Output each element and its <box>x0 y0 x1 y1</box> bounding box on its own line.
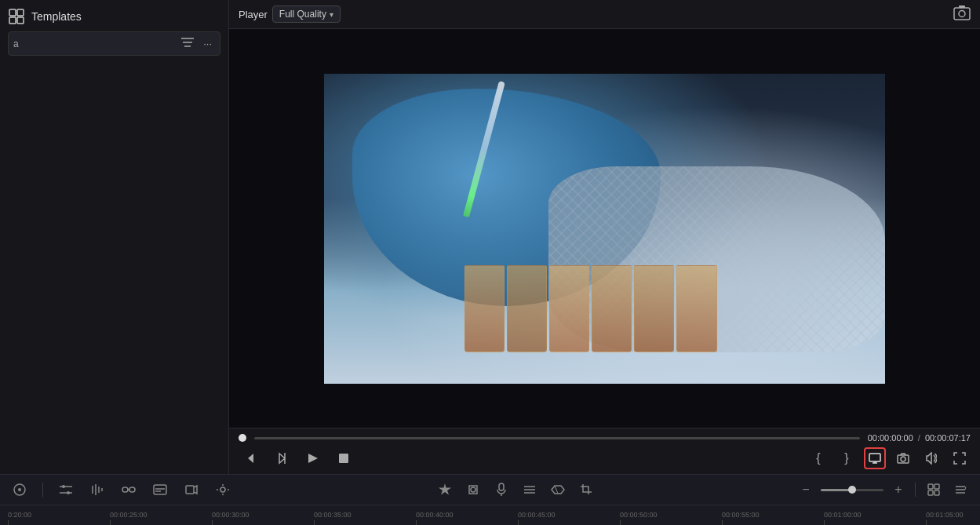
player-top-bar: Player Full Quality ▾ <box>229 0 980 29</box>
controls-right: { } <box>807 447 971 469</box>
separator-1 <box>42 483 43 497</box>
current-time: 00:00:00:00 <box>868 433 913 443</box>
list-icon[interactable] <box>519 479 540 500</box>
zoom-slider-fill <box>821 489 852 491</box>
prev-frame-button[interactable] <box>239 447 260 469</box>
sidebar-search-row[interactable]: ··· <box>8 31 220 56</box>
timeline-tick-9 <box>926 520 927 525</box>
next-frame-button[interactable] <box>270 447 292 469</box>
audio-button[interactable] <box>920 447 942 469</box>
timeline-mark-8: 00:01:00:00 <box>824 511 926 525</box>
mic-icon[interactable] <box>491 479 512 500</box>
svg-rect-1 <box>17 9 24 16</box>
timeline-bar: 0:20:00 00:00:25:00 00:00:30:00 00:00:35… <box>0 505 980 525</box>
quality-select[interactable]: Full Quality ▾ <box>272 5 341 23</box>
zoom-slider-thumb <box>848 486 856 494</box>
subtitle-icon[interactable] <box>150 479 170 500</box>
timeline-label-5: 00:00:45:00 <box>518 511 556 519</box>
timeline-mark-2: 00:00:30:00 <box>212 511 314 525</box>
svg-point-21 <box>67 491 70 494</box>
timeline-mark-0: 0:20:00 <box>8 511 110 525</box>
controls-row: { } <box>239 447 971 469</box>
timeline-mark-9: 00:01:05:00 <box>926 511 980 525</box>
extra-icon[interactable] <box>213 479 233 500</box>
sidebar-title-row: Templates <box>8 8 220 25</box>
vial-5 <box>634 265 674 352</box>
vial-1 <box>464 265 505 352</box>
zoom-out-button[interactable]: − <box>797 481 814 498</box>
mark-out-button[interactable]: } <box>836 447 858 469</box>
sidebar-header: Templates ··· <box>0 0 228 60</box>
stop-button[interactable] <box>333 447 355 469</box>
svg-rect-42 <box>934 484 939 489</box>
timeline-tick-6 <box>620 520 621 525</box>
timeline-mark-6: 00:00:50:00 <box>620 511 722 525</box>
chevron-down-icon: ▾ <box>330 10 333 19</box>
settings-icon[interactable] <box>950 479 971 500</box>
sidebar-title: Templates <box>31 10 82 23</box>
more-icon[interactable]: ··· <box>200 36 215 51</box>
monitor-button[interactable] <box>864 447 886 469</box>
svg-rect-43 <box>928 490 933 495</box>
timeline-label-7: 00:00:55:00 <box>722 511 760 519</box>
speed-icon[interactable] <box>548 479 568 500</box>
audio-track-icon[interactable] <box>87 479 107 500</box>
timeline-mark-4: 00:00:40:00 <box>416 511 518 525</box>
timeline-label-0: 0:20:00 <box>8 511 31 519</box>
timeline-tick-5 <box>518 520 519 525</box>
svg-rect-11 <box>869 454 880 461</box>
pointer-tool-icon[interactable] <box>9 479 30 500</box>
adjust-icon[interactable] <box>56 479 76 500</box>
toolbar-left <box>9 479 233 500</box>
controls-left <box>239 447 355 469</box>
play-button[interactable] <box>301 447 323 469</box>
zoom-slider[interactable] <box>821 489 883 491</box>
effects-icon[interactable] <box>435 479 455 500</box>
svg-point-34 <box>471 487 475 492</box>
templates-icon <box>8 8 25 25</box>
camera-button[interactable] <box>892 447 914 469</box>
svg-rect-10 <box>339 454 348 463</box>
fullscreen-button[interactable] <box>949 447 971 469</box>
timeline-tick-1 <box>110 520 111 525</box>
timeline-mark-7: 00:00:55:00 <box>722 511 824 525</box>
mask-icon[interactable] <box>463 479 483 500</box>
mark-in-button[interactable]: { <box>807 447 829 469</box>
timeline-tick-2 <box>212 520 213 525</box>
player-label: Player <box>239 9 268 20</box>
crop-icon[interactable] <box>576 479 596 500</box>
svg-rect-29 <box>154 485 166 494</box>
filter-icon[interactable] <box>178 35 197 52</box>
transform-icon[interactable] <box>181 479 202 500</box>
sidebar-content <box>0 60 228 474</box>
search-input[interactable] <box>13 38 175 49</box>
svg-rect-27 <box>129 487 135 492</box>
grid-view-icon[interactable] <box>924 479 944 500</box>
timeline-label-6: 00:00:50:00 <box>620 511 658 519</box>
video-thumbnail <box>324 74 885 384</box>
time-separator: / <box>918 433 920 443</box>
timeline-ruler: 0:20:00 00:00:25:00 00:00:30:00 00:00:35… <box>0 508 980 525</box>
svg-rect-0 <box>9 9 16 16</box>
player-top-left: Player Full Quality ▾ <box>239 5 341 23</box>
svg-rect-3 <box>17 17 24 24</box>
svg-rect-7 <box>954 8 970 20</box>
link-icon[interactable] <box>118 479 139 500</box>
zoom-in-button[interactable]: + <box>890 481 907 498</box>
video-frame <box>229 29 980 428</box>
vial-3 <box>549 265 589 352</box>
player-area: Player Full Quality ▾ <box>229 0 980 474</box>
snapshot-icon[interactable] <box>953 5 971 24</box>
progress-bar[interactable] <box>254 437 860 439</box>
timeline-tick-7 <box>722 520 723 525</box>
vial-4 <box>592 265 632 352</box>
svg-point-33 <box>220 487 225 492</box>
progress-dot[interactable] <box>239 434 246 442</box>
timeline-label-9: 00:01:05:00 <box>926 511 964 519</box>
toolbar-center <box>435 479 596 500</box>
timeline-tick-8 <box>824 520 825 525</box>
total-time: 00:00:07:17 <box>925 433 971 443</box>
svg-rect-26 <box>122 487 128 492</box>
bottom-toolbar: − + <box>0 474 980 505</box>
svg-rect-9 <box>959 5 965 8</box>
